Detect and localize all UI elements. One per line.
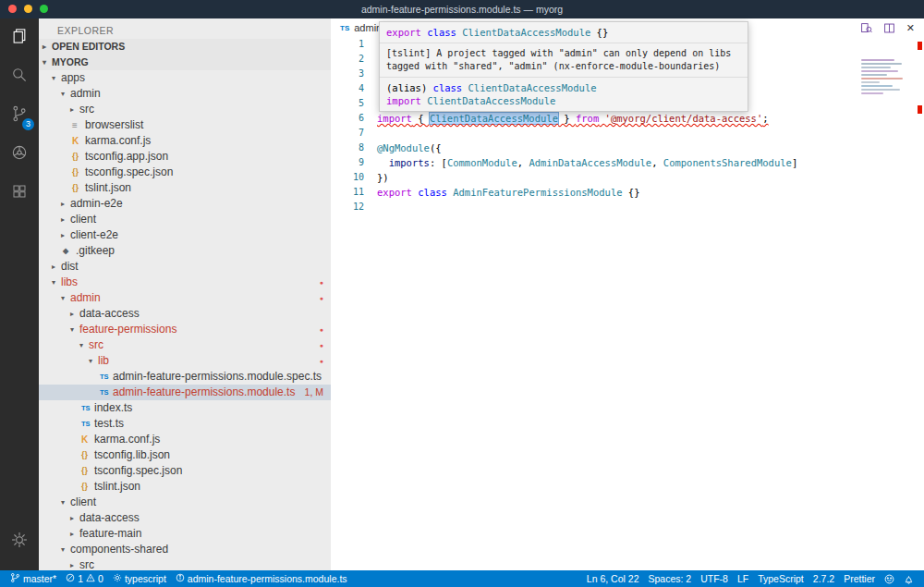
tree-item[interactable]: ▾client [39,495,331,510]
code-line[interactable]: 6import { ClientDataAccessModule } from … [331,111,924,126]
tree-item[interactable]: ◆.gitkeep [39,243,331,259]
tree-item[interactable]: ▾feature-permissions● [39,322,331,337]
tree-item[interactable]: ▾src● [39,337,331,353]
tree-item[interactable]: ▸src [39,102,331,117]
tree-item[interactable]: TSindex.ts [39,400,331,416]
code-text [364,81,377,96]
open-editors-header[interactable]: ▸ OPEN EDITORS [39,39,331,55]
hover-signature: export class ClientDataAccessModule {} [380,22,748,43]
tree-item[interactable]: {}tsconfig.spec.json [39,165,331,180]
code-line[interactable]: 7 [331,126,924,141]
close-editor-icon[interactable]: ✕ [906,22,915,34]
git-branch-status[interactable]: master* [6,572,61,585]
tree-item[interactable]: Kkarma.conf.js [39,432,331,447]
hover-tooltip[interactable]: export class ClientDataAccessModule {} [… [379,21,748,112]
code-line[interactable]: 9 imports: [CommonModule, AdminDataAcces… [331,155,924,170]
code-token: class [427,27,462,38]
feedback-smiley-icon[interactable] [880,574,899,584]
code-line[interactable]: 8@NgModule({ [331,141,924,155]
zoom-window-button[interactable] [40,5,48,13]
extension-wheel-button[interactable] [0,135,39,174]
karma-file-icon: K [81,432,94,447]
tree-item[interactable]: ▸dist [39,259,331,275]
line-number[interactable]: 7 [331,126,364,141]
formatter-status[interactable]: Prettier [839,573,880,584]
code-text: }) [364,170,389,185]
code-line[interactable]: 12 [331,200,924,214]
tree-item[interactable]: ▾libs● [39,275,331,290]
extensions-button[interactable] [0,174,39,213]
open-changes-icon[interactable] [860,22,872,34]
code-line[interactable]: 10}) [331,170,924,185]
encoding-status[interactable]: UTF-8 [696,573,733,584]
indentation-status[interactable]: Spaces: 2 [643,573,696,584]
line-number[interactable]: 6 [331,111,364,126]
line-number[interactable]: 5 [331,96,364,111]
ts-file-icon: TS [81,416,94,432]
code-area[interactable]: 123456import { ClientDataAccessModule } … [331,37,924,570]
tree-item[interactable]: {}tsconfig.lib.json [39,447,331,463]
tree-item[interactable]: {}tsconfig.spec.json [39,463,331,479]
tree-item[interactable]: {}tslint.json [39,180,331,196]
code-text [364,37,377,52]
typescript-status[interactable]: typescript [108,573,171,584]
tree-item[interactable]: ▸data-access [39,510,331,526]
minimize-window-button[interactable] [24,5,32,13]
active-file-label: admin-feature-permissions.module.ts [188,573,347,584]
tree-item[interactable]: ≡browserslist [39,117,331,133]
explorer-button[interactable] [0,18,39,57]
cursor-position[interactable]: Ln 6, Col 22 [582,573,644,584]
tree-item[interactable]: {}tslint.json [39,479,331,495]
tree-item[interactable]: ▾lib● [39,353,331,369]
active-file-status[interactable]: admin-feature-permissions.module.ts [171,573,352,584]
line-number[interactable]: 10 [331,170,364,185]
tree-item[interactable]: ▸admin-e2e [39,196,331,212]
language-mode[interactable]: TypeScript [753,573,808,584]
chevron-down-icon: ▾ [61,495,70,510]
line-number[interactable]: 8 [331,141,364,155]
tree-item[interactable]: ▸client-e2e [39,227,331,243]
tree-item[interactable]: TSadmin-feature-permissions.module.spec.… [39,369,331,385]
tree-item-label: feature-permissions [79,322,176,337]
modified-dot: ● [320,353,323,369]
code-token: (alias) [386,82,433,93]
eol-status[interactable]: LF [733,573,753,584]
tree-item-label: lib [98,353,109,369]
close-window-button[interactable] [8,5,17,13]
chevron-down-icon: ▾ [43,55,52,70]
tree-item[interactable]: Kkarma.conf.js [39,133,331,149]
code-token: AdminDataAccessModule [529,157,651,168]
source-control-button[interactable]: 3 [0,96,39,135]
tree-item[interactable]: ▾components-shared [39,542,331,557]
tree-item[interactable]: {}tsconfig.app.json [39,149,331,165]
tree-item[interactable]: ▾admin [39,86,331,102]
typescript-status-label: typescript [125,573,166,584]
search-button[interactable] [0,57,39,96]
tree-item[interactable]: TStest.ts [39,416,331,432]
code-text [364,52,377,67]
line-number[interactable]: 4 [331,81,364,96]
tree-item[interactable]: ▸data-access [39,306,331,322]
tree-item[interactable]: ▾apps [39,70,331,86]
settings-button[interactable] [0,522,39,561]
tree-item[interactable]: TSadmin-feature-permissions.module.ts1, … [39,385,331,400]
tree-item[interactable]: ▸feature-main [39,526,331,542]
tree-item[interactable]: ▸client [39,212,331,227]
line-number[interactable]: 9 [331,155,364,170]
line-number[interactable]: 12 [331,200,364,214]
editor-actions: ✕ [860,22,915,34]
tree-item[interactable]: ▾admin● [39,290,331,306]
notifications-bell-icon[interactable] [899,574,918,584]
split-editor-icon[interactable] [883,22,895,34]
ts-version[interactable]: 2.7.2 [808,573,839,584]
code-token: class [433,82,468,93]
tree-item[interactable]: ▸src [39,557,331,570]
line-number[interactable]: 3 [331,67,364,81]
code-line[interactable]: 11export class AdminFeaturePermissionsMo… [331,185,924,200]
line-number[interactable]: 2 [331,52,364,67]
problems-status[interactable]: 1 0 [61,573,108,584]
line-number[interactable]: 11 [331,185,364,200]
project-section-header[interactable]: ▾ MYORG [39,55,331,70]
minimap[interactable] [861,57,907,96]
line-number[interactable]: 1 [331,37,364,52]
